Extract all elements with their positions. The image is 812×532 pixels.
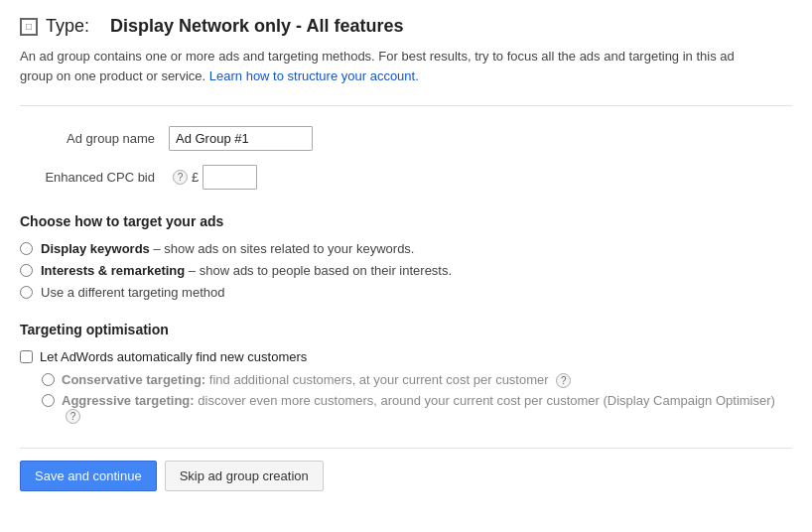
interests-remarketing-radio[interactable] bbox=[20, 264, 33, 277]
targeting-option-interests: Interests & remarketing – show ads to pe… bbox=[20, 263, 792, 278]
display-keywords-label: Display keywords – show ads on sites rel… bbox=[41, 241, 414, 256]
description-text: An ad group contains one or more ads and… bbox=[20, 47, 754, 85]
optimisation-section: Targeting optimisation Let AdWords autom… bbox=[20, 322, 792, 424]
aggressive-option: Aggressive targeting: discover even more… bbox=[42, 393, 792, 424]
save-continue-button[interactable]: Save and continue bbox=[20, 461, 157, 491]
ad-group-name-label: Ad group name bbox=[20, 131, 169, 146]
page-title: □ Type: Display Network only - All featu… bbox=[20, 16, 792, 37]
sub-options: Conservative targeting: find additional … bbox=[42, 372, 792, 424]
conservative-label: Conservative targeting: find additional … bbox=[62, 372, 571, 388]
conservative-help-icon[interactable]: ? bbox=[556, 373, 571, 388]
aggressive-radio[interactable] bbox=[42, 394, 55, 407]
different-method-text: Use a different targeting method bbox=[41, 285, 225, 300]
bid-row: Enhanced CPC bid ? £ bbox=[20, 165, 792, 190]
aggressive-label: Aggressive targeting: discover even more… bbox=[62, 393, 792, 424]
bid-help-icon[interactable]: ? bbox=[173, 170, 188, 185]
conservative-radio[interactable] bbox=[42, 373, 55, 386]
conservative-bold: Conservative targeting: bbox=[62, 372, 205, 387]
bid-label: Enhanced CPC bid bbox=[20, 170, 169, 185]
auto-customers-checkbox[interactable] bbox=[20, 350, 33, 363]
divider bbox=[20, 105, 792, 106]
targeting-section: Choose how to target your ads Display ke… bbox=[20, 213, 792, 300]
display-keywords-rest: – show ads on sites related to your keyw… bbox=[153, 241, 414, 256]
optimisation-title: Targeting optimisation bbox=[20, 322, 792, 337]
type-icon: □ bbox=[20, 18, 38, 36]
ad-group-name-row: Ad group name bbox=[20, 126, 792, 151]
currency-symbol: £ bbox=[192, 170, 199, 185]
ad-group-name-input[interactable] bbox=[169, 126, 313, 151]
interests-remarketing-label: Interests & remarketing – show ads to pe… bbox=[41, 263, 452, 278]
display-keywords-radio[interactable] bbox=[20, 242, 33, 255]
bid-controls: ? £ bbox=[169, 165, 257, 190]
type-value: Display Network only - All features bbox=[110, 16, 403, 37]
display-keywords-bold: Display keywords bbox=[41, 241, 150, 256]
skip-ad-group-button[interactable]: Skip ad group creation bbox=[165, 461, 324, 491]
aggressive-help-icon[interactable]: ? bbox=[66, 409, 80, 424]
ad-group-form: Ad group name Enhanced CPC bid ? £ bbox=[20, 126, 792, 190]
aggressive-rest: discover even more customers, around you… bbox=[198, 393, 775, 408]
different-method-label: Use a different targeting method bbox=[41, 285, 225, 300]
conservative-option: Conservative targeting: find additional … bbox=[42, 372, 792, 388]
auto-customers-label: Let AdWords automatically find new custo… bbox=[40, 349, 307, 364]
type-prefix: Type: bbox=[46, 16, 89, 37]
buttons-row: Save and continue Skip ad group creation bbox=[20, 448, 792, 491]
targeting-section-title: Choose how to target your ads bbox=[20, 213, 792, 229]
page-header: □ Type: Display Network only - All featu… bbox=[20, 16, 792, 37]
aggressive-bold: Aggressive targeting: bbox=[62, 393, 195, 408]
targeting-option-display-keywords: Display keywords – show ads on sites rel… bbox=[20, 241, 792, 256]
conservative-rest: find additional customers, at your curre… bbox=[209, 372, 552, 387]
targeting-option-different: Use a different targeting method bbox=[20, 285, 792, 300]
interests-remarketing-rest: – show ads to people based on their inte… bbox=[189, 263, 452, 278]
bid-input[interactable] bbox=[203, 165, 257, 190]
interests-remarketing-bold: Interests & remarketing bbox=[41, 263, 185, 278]
learn-more-link[interactable]: Learn how to structure your account. bbox=[209, 68, 419, 83]
different-method-radio[interactable] bbox=[20, 286, 33, 299]
auto-find-customers-row: Let AdWords automatically find new custo… bbox=[20, 349, 792, 364]
